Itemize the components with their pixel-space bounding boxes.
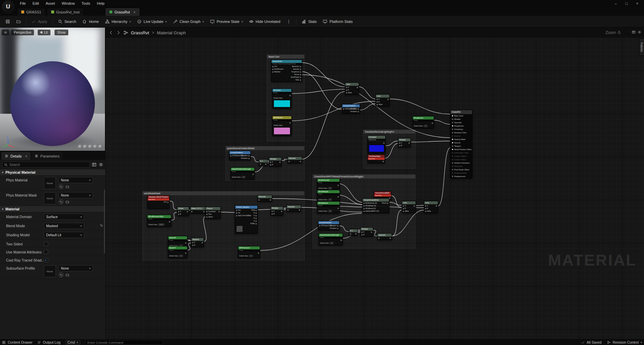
node-simplegrasswind[interactable]: SimpleGrassWindWindIntensity (S)WindWeig…: [362, 198, 389, 213]
pin-vgradient[interactable]: VGradient: [353, 110, 359, 113]
node-islandgradientstrength[interactable]: IslandGradientStrengthParamDefault Value…: [230, 167, 255, 179]
node-panner[interactable]: PannerCoordinateTimeSpeed: [205, 207, 221, 219]
browse-to-asset-icon[interactable]: [66, 185, 69, 188]
hierarchy-button[interactable]: Hierarchy▾: [102, 17, 134, 26]
default-value[interactable]: 0.0: [330, 242, 334, 244]
pin-vgradient[interactable]: VGradient: [331, 227, 338, 230]
node-absolute-world-position[interactable]: Absolute World PositionInput DataXYZ: [147, 195, 170, 209]
unreal-logo-icon[interactable]: U: [2, 1, 14, 13]
node-saturate[interactable]: Saturate: [287, 157, 302, 163]
use-selected-button[interactable]: [59, 199, 64, 204]
custom-mesh-button[interactable]: [98, 145, 102, 149]
pin-a[interactable]: A: [270, 161, 273, 163]
pin-mask[interactable]: Mask: [291, 79, 301, 81]
menu-edit[interactable]: Edit: [30, 1, 42, 6]
node-multiply[interactable]: MultiplyAB: [398, 138, 411, 147]
material-preview-sphere[interactable]: [10, 61, 95, 146]
save-button[interactable]: [3, 17, 13, 26]
pin-alpha[interactable]: Alpha: [403, 210, 409, 212]
pin-b[interactable]: B: [399, 144, 402, 147]
pin[interactable]: [299, 160, 301, 163]
pin[interactable]: [408, 142, 410, 144]
search-button[interactable]: Search: [55, 17, 79, 26]
pin-b[interactable]: B: [425, 207, 431, 210]
node-worldcolor[interactable]: WorldColorParamDefault Value: [272, 116, 292, 136]
hide-unrelated-button[interactable]: Hide Unrelated: [246, 17, 283, 26]
browse-button[interactable]: [13, 17, 24, 26]
node-lerp[interactable]: LerpABAlpha: [424, 201, 438, 213]
pin[interactable]: [387, 98, 389, 100]
pin-time[interactable]: Time: [206, 213, 216, 215]
revision-control-button[interactable]: Revision Control▾: [607, 340, 642, 344]
node-lineargradient[interactable]: LinearGradientUVChannel (V2)UGradientVGr…: [229, 151, 251, 160]
node-grassrvt[interactable]: GrassRvtBase ColorMetallicSpecularRoughn…: [450, 110, 472, 178]
output-log-button[interactable]: Output Log: [37, 340, 61, 344]
close-details-tab-icon[interactable]: ×: [25, 154, 27, 158]
more-options-button[interactable]: [284, 17, 294, 26]
pin[interactable]: [337, 207, 339, 209]
default-value[interactable]: 1.0: [249, 255, 253, 257]
pin-ambient-occlusion[interactable]: Ambient Occlusion: [451, 161, 472, 165]
checkbox-cast-ray-traced-shad[interactable]: ✓: [44, 258, 48, 262]
show-menu-button[interactable]: Show: [55, 30, 68, 35]
material-graph-canvas[interactable]: MATERIAL BaseColorgrassStrandGradientMas…: [105, 28, 644, 339]
preview-state-button[interactable]: Preview State▾: [207, 17, 246, 26]
pin[interactable]: [184, 242, 186, 244]
pin-ugradient[interactable]: UGradient: [331, 225, 338, 227]
pin-emissive-color[interactable]: Emissive Color: [451, 131, 472, 134]
pin-specular[interactable]: Specular: [291, 68, 301, 70]
node-rvtcolor[interactable]: RvtColorParamDefault Value: [272, 89, 292, 109]
pin[interactable]: [287, 209, 289, 211]
dropdown-phys-material[interactable]: None▾: [59, 177, 93, 183]
pin[interactable]: [382, 160, 384, 163]
pin-metallic[interactable]: Metallic: [451, 117, 472, 121]
console-input[interactable]: [85, 340, 163, 345]
pin-b[interactable]: B: [346, 89, 352, 91]
pin[interactable]: [203, 210, 205, 213]
pin-b[interactable]: B: [192, 244, 195, 246]
menu-asset[interactable]: Asset: [43, 1, 58, 6]
pin-uvchannel-v2[interactable]: UVChannel (V2): [319, 225, 330, 227]
pin-windintensity-s[interactable]: WindIntensity (S): [363, 202, 379, 204]
pin-uvchannel-v2[interactable]: UVChannel (V2): [230, 154, 241, 157]
pin-ugradient[interactable]: UGradient: [353, 108, 359, 110]
pin-a[interactable]: A: [272, 210, 275, 212]
node-lerp[interactable]: LerpABAlpha: [375, 94, 390, 106]
home-button[interactable]: Home: [79, 17, 101, 26]
pin[interactable]: [435, 205, 437, 207]
node-winddirectionsize[interactable]: WindDirectionSizeParamDefault Value2000.…: [147, 215, 171, 227]
pin-pixel-depth-offset[interactable]: Pixel Depth Offset: [451, 168, 472, 171]
pin-vgradient[interactable]: VGradient: [242, 157, 250, 160]
pin-a[interactable]: A: [399, 142, 402, 144]
node-1-x[interactable]: 1-x: [349, 229, 358, 236]
pin-world-position-offset[interactable]: World Position Offset: [451, 148, 472, 151]
pin-b[interactable]: B: [403, 207, 409, 210]
pin[interactable]: [370, 231, 372, 233]
close-tab-icon[interactable]: ×: [133, 10, 135, 14]
asset-thumbnail[interactable]: None: [44, 177, 56, 189]
node-mask-r-g[interactable]: Mask ( R G ): [190, 207, 206, 213]
pin-b[interactable]: B: [377, 101, 383, 103]
checkbox-two-sided[interactable]: [44, 242, 48, 246]
pin[interactable]: [184, 252, 186, 254]
node-twosidedsign[interactable]: TwoSidedSignInput Data: [367, 154, 385, 163]
pin[interactable]: [201, 241, 203, 244]
pin[interactable]: [413, 205, 415, 207]
pin-coordinate[interactable]: Coordinate: [206, 210, 216, 213]
pin[interactable]: [269, 199, 271, 201]
pin-apply-view-mipbias[interactable]: Apply View MipBias: [236, 214, 250, 217]
use-selected-button[interactable]: [59, 272, 64, 277]
pin-normal[interactable]: Normal: [291, 73, 301, 76]
graph-settings-icon[interactable]: [638, 30, 641, 34]
pin[interactable]: [298, 209, 300, 211]
section-header-material[interactable]: ▾Material: [0, 206, 105, 212]
pin-a[interactable]: A: [377, 98, 383, 100]
dropdown-subsurface-profile[interactable]: None▾: [59, 265, 93, 271]
minimize-button[interactable]: –: [611, 0, 620, 6]
pin-additionalwpo-v3[interactable]: AdditionalWPO (V3): [363, 210, 379, 212]
sphere-mesh-button[interactable]: [83, 145, 87, 149]
details-scrollbar[interactable]: [104, 189, 105, 253]
node-windspeed[interactable]: WindSpeedParamDefault Value0.0: [317, 201, 340, 213]
menu-help[interactable]: Help: [94, 1, 108, 6]
pin[interactable]: [378, 237, 380, 239]
